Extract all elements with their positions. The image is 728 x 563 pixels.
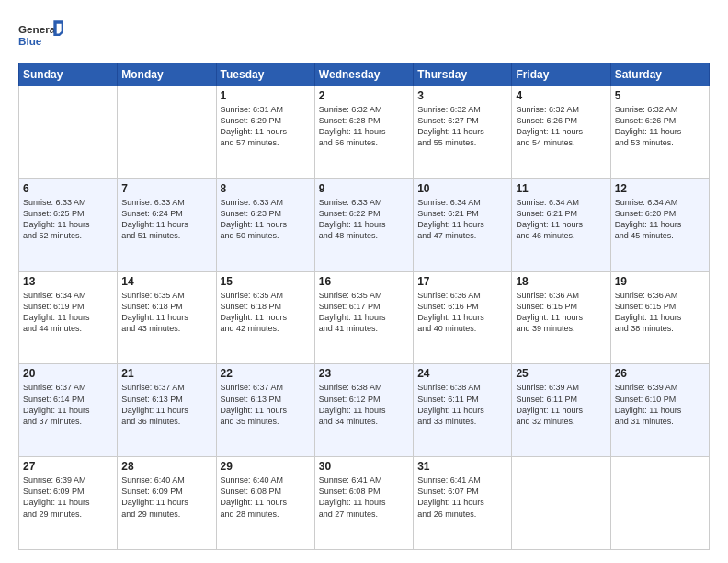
day-content: Sunrise: 6:34 AM Sunset: 6:20 PM Dayligh… — [615, 197, 705, 242]
day-number: 29 — [221, 460, 311, 473]
day-content: Sunrise: 6:31 AM Sunset: 6:29 PM Dayligh… — [221, 104, 311, 149]
day-number: 27 — [23, 460, 113, 473]
calendar-cell: 18Sunrise: 6:36 AM Sunset: 6:15 PM Dayli… — [512, 271, 610, 364]
calendar-cell: 1Sunrise: 6:31 AM Sunset: 6:29 PM Daylig… — [216, 86, 314, 179]
calendar-cell: 19Sunrise: 6:36 AM Sunset: 6:15 PM Dayli… — [610, 271, 709, 364]
day-content: Sunrise: 6:33 AM Sunset: 6:25 PM Dayligh… — [23, 197, 113, 242]
day-content: Sunrise: 6:34 AM Sunset: 6:21 PM Dayligh… — [417, 197, 507, 242]
calendar-cell: 21Sunrise: 6:37 AM Sunset: 6:13 PM Dayli… — [118, 364, 216, 457]
weekday-header-row: SundayMondayTuesdayWednesdayThursdayFrid… — [19, 63, 710, 86]
calendar-cell: 24Sunrise: 6:38 AM Sunset: 6:11 PM Dayli… — [414, 364, 512, 457]
calendar-cell: 12Sunrise: 6:34 AM Sunset: 6:20 PM Dayli… — [610, 178, 709, 271]
day-content: Sunrise: 6:33 AM Sunset: 6:22 PM Dayligh… — [319, 197, 409, 242]
calendar-cell: 26Sunrise: 6:39 AM Sunset: 6:10 PM Dayli… — [610, 364, 709, 457]
week-row-0: 1Sunrise: 6:31 AM Sunset: 6:29 PM Daylig… — [19, 86, 710, 179]
day-number: 24 — [417, 367, 507, 380]
day-content: Sunrise: 6:34 AM Sunset: 6:19 PM Dayligh… — [23, 290, 113, 335]
week-row-3: 20Sunrise: 6:37 AM Sunset: 6:14 PM Dayli… — [19, 364, 710, 457]
calendar-cell: 22Sunrise: 6:37 AM Sunset: 6:13 PM Dayli… — [216, 364, 314, 457]
calendar-table: SundayMondayTuesdayWednesdayThursdayFrid… — [18, 63, 710, 550]
calendar-cell: 4Sunrise: 6:32 AM Sunset: 6:26 PM Daylig… — [512, 86, 610, 179]
calendar-cell: 17Sunrise: 6:36 AM Sunset: 6:16 PM Dayli… — [414, 271, 512, 364]
calendar-cell: 7Sunrise: 6:33 AM Sunset: 6:24 PM Daylig… — [118, 178, 216, 271]
day-number: 3 — [417, 89, 507, 102]
day-content: Sunrise: 6:37 AM Sunset: 6:14 PM Dayligh… — [23, 382, 113, 427]
calendar-cell — [610, 457, 709, 550]
day-content: Sunrise: 6:39 AM Sunset: 6:10 PM Dayligh… — [615, 382, 705, 427]
calendar-cell: 8Sunrise: 6:33 AM Sunset: 6:23 PM Daylig… — [216, 178, 314, 271]
day-number: 4 — [516, 89, 606, 102]
calendar-cell: 11Sunrise: 6:34 AM Sunset: 6:21 PM Dayli… — [512, 178, 610, 271]
calendar-cell: 25Sunrise: 6:39 AM Sunset: 6:11 PM Dayli… — [512, 364, 610, 457]
weekday-monday: Monday — [118, 63, 216, 86]
weekday-saturday: Saturday — [610, 63, 709, 86]
day-content: Sunrise: 6:37 AM Sunset: 6:13 PM Dayligh… — [221, 382, 311, 427]
calendar-cell: 16Sunrise: 6:35 AM Sunset: 6:17 PM Dayli… — [314, 271, 413, 364]
weekday-thursday: Thursday — [414, 63, 512, 86]
day-content: Sunrise: 6:35 AM Sunset: 6:18 PM Dayligh… — [121, 290, 211, 335]
day-number: 18 — [516, 275, 606, 288]
day-content: Sunrise: 6:38 AM Sunset: 6:12 PM Dayligh… — [319, 382, 409, 427]
day-content: Sunrise: 6:33 AM Sunset: 6:23 PM Dayligh… — [221, 197, 311, 242]
day-number: 16 — [319, 275, 409, 288]
day-content: Sunrise: 6:41 AM Sunset: 6:08 PM Dayligh… — [319, 475, 409, 520]
calendar-cell: 13Sunrise: 6:34 AM Sunset: 6:19 PM Dayli… — [19, 271, 118, 364]
calendar-cell — [118, 86, 216, 179]
day-number: 2 — [319, 89, 409, 102]
day-number: 13 — [23, 275, 113, 288]
calendar-cell: 2Sunrise: 6:32 AM Sunset: 6:28 PM Daylig… — [314, 86, 413, 179]
weekday-tuesday: Tuesday — [216, 63, 314, 86]
day-number: 20 — [23, 367, 113, 380]
day-content: Sunrise: 6:32 AM Sunset: 6:27 PM Dayligh… — [417, 104, 507, 149]
day-number: 5 — [615, 89, 705, 102]
calendar-cell: 29Sunrise: 6:40 AM Sunset: 6:08 PM Dayli… — [216, 457, 314, 550]
day-content: Sunrise: 6:40 AM Sunset: 6:09 PM Dayligh… — [121, 475, 211, 520]
day-content: Sunrise: 6:35 AM Sunset: 6:18 PM Dayligh… — [221, 290, 311, 335]
day-content: Sunrise: 6:37 AM Sunset: 6:13 PM Dayligh… — [121, 382, 211, 427]
calendar-cell: 28Sunrise: 6:40 AM Sunset: 6:09 PM Dayli… — [118, 457, 216, 550]
weekday-friday: Friday — [512, 63, 610, 86]
day-number: 10 — [417, 182, 507, 195]
day-number: 11 — [516, 182, 606, 195]
calendar-cell: 20Sunrise: 6:37 AM Sunset: 6:14 PM Dayli… — [19, 364, 118, 457]
day-content: Sunrise: 6:32 AM Sunset: 6:26 PM Dayligh… — [615, 104, 705, 149]
svg-text:Blue: Blue — [18, 35, 42, 47]
day-number: 8 — [221, 182, 311, 195]
day-number: 12 — [615, 182, 705, 195]
day-content: Sunrise: 6:34 AM Sunset: 6:21 PM Dayligh… — [516, 197, 606, 242]
logo: General Blue — [18, 17, 64, 55]
day-content: Sunrise: 6:39 AM Sunset: 6:11 PM Dayligh… — [516, 382, 606, 427]
day-number: 19 — [615, 275, 705, 288]
weekday-wednesday: Wednesday — [314, 63, 413, 86]
page: General Blue SundayMondayTuesdayWednesda… — [0, 0, 728, 563]
calendar-cell: 27Sunrise: 6:39 AM Sunset: 6:09 PM Dayli… — [19, 457, 118, 550]
day-number: 14 — [121, 275, 211, 288]
calendar-cell — [19, 86, 118, 179]
day-number: 31 — [417, 460, 507, 473]
logo-svg: General Blue — [18, 17, 64, 55]
day-content: Sunrise: 6:40 AM Sunset: 6:08 PM Dayligh… — [221, 475, 311, 520]
calendar-cell: 6Sunrise: 6:33 AM Sunset: 6:25 PM Daylig… — [19, 178, 118, 271]
day-content: Sunrise: 6:38 AM Sunset: 6:11 PM Dayligh… — [417, 382, 507, 427]
day-content: Sunrise: 6:33 AM Sunset: 6:24 PM Dayligh… — [121, 197, 211, 242]
calendar-cell: 30Sunrise: 6:41 AM Sunset: 6:08 PM Dayli… — [314, 457, 413, 550]
day-content: Sunrise: 6:35 AM Sunset: 6:17 PM Dayligh… — [319, 290, 409, 335]
day-content: Sunrise: 6:32 AM Sunset: 6:28 PM Dayligh… — [319, 104, 409, 149]
day-number: 26 — [615, 367, 705, 380]
calendar-cell: 14Sunrise: 6:35 AM Sunset: 6:18 PM Dayli… — [118, 271, 216, 364]
weekday-sunday: Sunday — [19, 63, 118, 86]
calendar-cell: 10Sunrise: 6:34 AM Sunset: 6:21 PM Dayli… — [414, 178, 512, 271]
day-number: 22 — [221, 367, 311, 380]
day-content: Sunrise: 6:41 AM Sunset: 6:07 PM Dayligh… — [417, 475, 507, 520]
day-content: Sunrise: 6:39 AM Sunset: 6:09 PM Dayligh… — [23, 475, 113, 520]
day-content: Sunrise: 6:32 AM Sunset: 6:26 PM Dayligh… — [516, 104, 606, 149]
day-number: 23 — [319, 367, 409, 380]
day-number: 7 — [121, 182, 211, 195]
calendar-cell: 9Sunrise: 6:33 AM Sunset: 6:22 PM Daylig… — [314, 178, 413, 271]
calendar-cell: 15Sunrise: 6:35 AM Sunset: 6:18 PM Dayli… — [216, 271, 314, 364]
day-number: 1 — [221, 89, 311, 102]
calendar-cell: 3Sunrise: 6:32 AM Sunset: 6:27 PM Daylig… — [414, 86, 512, 179]
day-number: 15 — [221, 275, 311, 288]
calendar-cell: 23Sunrise: 6:38 AM Sunset: 6:12 PM Dayli… — [314, 364, 413, 457]
day-number: 30 — [319, 460, 409, 473]
